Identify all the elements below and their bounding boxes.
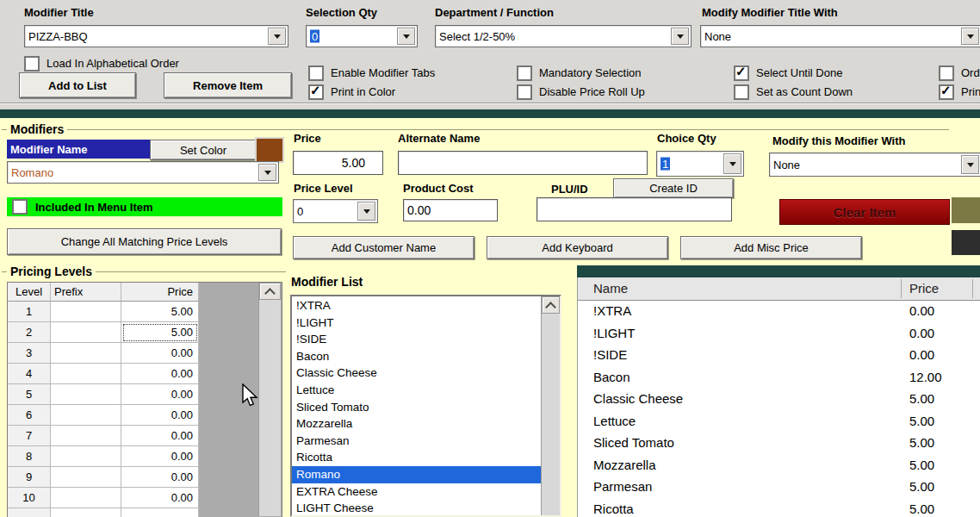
modifier-list-scrollbar[interactable] bbox=[541, 296, 560, 515]
scroll-up-button[interactable] bbox=[542, 296, 560, 314]
checkbox-icon[interactable] bbox=[517, 84, 532, 100]
price-cell[interactable]: 0.00 bbox=[121, 488, 199, 508]
table-row[interactable]: !LIGHT0.00 bbox=[578, 323, 980, 346]
table-row[interactable]: Bacon12.00 bbox=[578, 367, 980, 389]
price-cell[interactable]: 5.00 bbox=[121, 302, 199, 322]
add-keyboard-button[interactable]: Add Keyboard bbox=[487, 236, 668, 259]
price-cell[interactable]: 5.00 bbox=[121, 322, 199, 343]
list-item[interactable]: Sliced Tomato bbox=[292, 399, 542, 416]
price-cell[interactable]: 0.00 bbox=[121, 364, 199, 384]
price-level-dropdown[interactable]: 0 bbox=[293, 199, 378, 223]
checkbox-icon[interactable] bbox=[734, 65, 749, 81]
prefix-cell[interactable] bbox=[51, 467, 121, 488]
list-item[interactable]: !LIGHT bbox=[292, 315, 542, 332]
selection-qty-dropdown[interactable]: 0 bbox=[306, 25, 418, 47]
prefix-cell[interactable] bbox=[51, 405, 121, 426]
table-row[interactable]: Parmesan5.00 bbox=[578, 477, 980, 499]
price-cell[interactable]: 0.00 bbox=[121, 343, 199, 364]
modifier-title-dropdown[interactable]: PIZZA-BBQ bbox=[24, 25, 288, 47]
checkbox-icon[interactable] bbox=[12, 199, 28, 215]
list-item[interactable]: LIGHT Cheese bbox=[292, 500, 542, 517]
price-cell[interactable] bbox=[121, 508, 199, 517]
pricing-table-scrollbar[interactable] bbox=[258, 283, 281, 516]
list-item[interactable]: Ricotta bbox=[292, 449, 542, 466]
add-misc-price-button[interactable]: Add Misc Price bbox=[680, 236, 862, 259]
price-cell[interactable]: 0.00 bbox=[121, 405, 199, 426]
scroll-up-button[interactable] bbox=[259, 283, 281, 300]
dropdown-button[interactable] bbox=[268, 28, 286, 45]
checkbox-icon[interactable] bbox=[308, 84, 324, 100]
change-all-price-levels-button[interactable]: Change All Matching Price Levels bbox=[7, 228, 282, 255]
price-cell[interactable]: 0.00 bbox=[121, 446, 199, 467]
list-item[interactable]: Classic Cheese bbox=[292, 364, 542, 382]
included-in-menu-item-row[interactable]: Included In Menu Item bbox=[7, 197, 282, 216]
modifier-name-dropdown[interactable]: Romano bbox=[7, 161, 279, 184]
ord-checkbox[interactable]: Ord bbox=[939, 65, 980, 81]
remove-item-button[interactable]: Remove Item bbox=[164, 72, 292, 98]
checkbox-icon[interactable] bbox=[939, 65, 954, 81]
disable-price-rollup-checkbox[interactable]: Disable Price Roll Up bbox=[517, 84, 645, 100]
prin-checkbox[interactable]: Prin bbox=[939, 84, 980, 100]
clear-item-button[interactable]: Clear Item bbox=[779, 199, 950, 225]
dropdown-button[interactable] bbox=[961, 155, 979, 174]
color-swatch-dark[interactable] bbox=[952, 230, 980, 255]
price-cell[interactable]: 0.00 bbox=[121, 426, 199, 446]
add-customer-name-button[interactable]: Add Customer Name bbox=[293, 236, 474, 259]
choice-qty-dropdown[interactable]: 1 bbox=[656, 151, 744, 177]
list-item[interactable]: Bacon bbox=[292, 348, 542, 365]
table-row[interactable]: Lettuce5.00 bbox=[578, 411, 980, 433]
checkbox-icon[interactable] bbox=[517, 65, 532, 81]
modifier-listbox[interactable]: !XTRA!LIGHT!SIDEBaconClassic CheeseLettu… bbox=[290, 295, 561, 517]
color-swatch-brown[interactable] bbox=[255, 137, 284, 163]
dropdown-button[interactable] bbox=[723, 153, 741, 174]
load-alphabetical-checkbox[interactable]: Load In Alphabetical Order bbox=[24, 56, 179, 72]
list-item[interactable]: EXTRA Cheese bbox=[292, 483, 542, 501]
checkbox-icon[interactable] bbox=[734, 84, 749, 100]
list-item[interactable]: Lettuce bbox=[292, 382, 542, 399]
select-until-done-checkbox[interactable]: Select Until Done bbox=[734, 65, 842, 81]
prefix-cell[interactable] bbox=[51, 508, 121, 517]
set-color-button[interactable]: Set Color bbox=[150, 140, 257, 160]
table-row[interactable]: Classic Cheese5.00 bbox=[578, 389, 980, 411]
plu-id-input[interactable] bbox=[537, 197, 732, 221]
alternate-name-input[interactable] bbox=[398, 151, 648, 175]
dropdown-button[interactable] bbox=[671, 28, 689, 45]
prefix-cell[interactable] bbox=[51, 364, 121, 384]
list-item[interactable]: !SIDE bbox=[292, 331, 542, 348]
checkbox-icon[interactable] bbox=[24, 56, 40, 72]
price-cell[interactable]: 0.00 bbox=[121, 467, 199, 488]
modify-this-modifier-dropdown[interactable]: None bbox=[769, 153, 980, 177]
list-item[interactable]: Parmesan bbox=[292, 433, 542, 450]
modify-modifier-title-dropdown[interactable]: None bbox=[700, 25, 980, 47]
mandatory-selection-checkbox[interactable]: Mandatory Selection bbox=[517, 65, 642, 81]
checkbox-icon[interactable] bbox=[939, 84, 954, 100]
dropdown-button[interactable] bbox=[397, 28, 415, 45]
print-in-color-checkbox[interactable]: Print in Color bbox=[308, 84, 395, 100]
table-row[interactable]: Ricotta5.00 bbox=[578, 499, 980, 517]
list-item[interactable]: Romano bbox=[292, 466, 542, 483]
dropdown-button[interactable] bbox=[357, 202, 375, 221]
prefix-cell[interactable] bbox=[51, 426, 121, 446]
add-to-list-button[interactable]: Add to List bbox=[19, 72, 136, 98]
set-as-count-down-checkbox[interactable]: Set as Count Down bbox=[734, 84, 853, 100]
list-item[interactable]: Mozzarella bbox=[292, 415, 542, 433]
prefix-cell[interactable] bbox=[51, 384, 121, 405]
checkbox-icon[interactable] bbox=[308, 65, 324, 81]
list-item[interactable]: !XTRA bbox=[292, 297, 542, 315]
create-id-button[interactable]: Create ID bbox=[613, 178, 734, 198]
table-row[interactable]: Sliced Tomato5.00 bbox=[578, 433, 980, 455]
color-swatch-olive[interactable] bbox=[952, 197, 980, 223]
price-input[interactable]: 5.00 bbox=[293, 151, 383, 175]
table-row[interactable]: !SIDE0.00 bbox=[578, 345, 980, 367]
prefix-cell[interactable] bbox=[51, 302, 121, 322]
prefix-cell[interactable] bbox=[51, 322, 121, 343]
product-cost-input[interactable]: 0.00 bbox=[403, 199, 498, 221]
dropdown-button[interactable] bbox=[961, 28, 979, 45]
department-function-dropdown[interactable]: Select 1/2-50% bbox=[435, 25, 692, 47]
enable-modifier-tabs-checkbox[interactable]: Enable Modifier Tabs bbox=[308, 65, 435, 81]
prefix-cell[interactable] bbox=[51, 343, 121, 364]
table-row[interactable]: Mozzarella5.00 bbox=[578, 455, 980, 477]
table-row[interactable]: !XTRA0.00 bbox=[578, 301, 980, 323]
prefix-cell[interactable] bbox=[51, 488, 121, 508]
price-cell[interactable]: 0.00 bbox=[121, 384, 199, 405]
